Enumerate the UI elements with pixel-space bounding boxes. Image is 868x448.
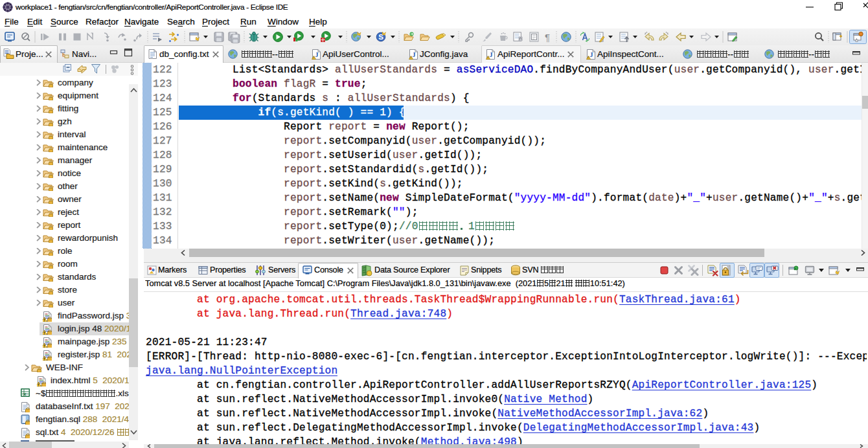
svg-text:!: ! bbox=[588, 56, 589, 60]
svg-text:J: J bbox=[590, 51, 593, 58]
svg-text:!: ! bbox=[488, 56, 488, 60]
svg-text:¶: ¶ bbox=[545, 32, 550, 43]
svg-text:!: ! bbox=[314, 56, 314, 60]
svg-text:J: J bbox=[490, 51, 493, 58]
svg-text:J: J bbox=[413, 51, 416, 58]
svg-text:!: ! bbox=[411, 56, 411, 60]
svg-text:J: J bbox=[315, 51, 319, 58]
